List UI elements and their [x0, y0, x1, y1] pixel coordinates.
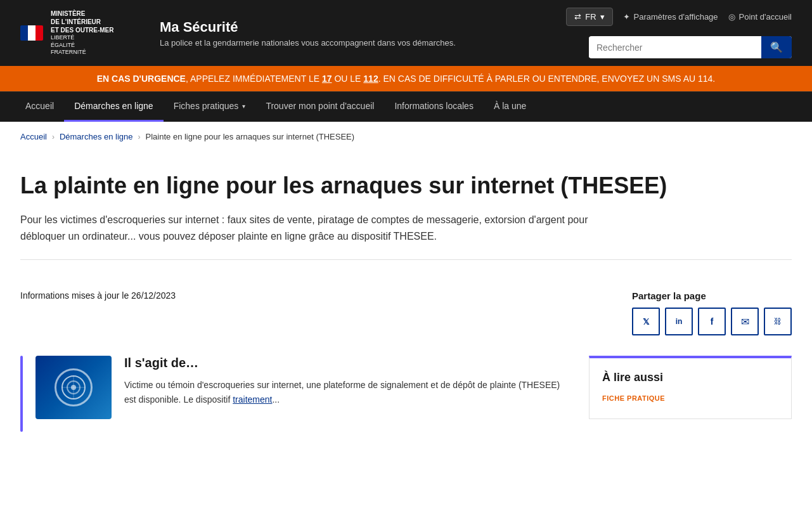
nav-link-infos-locales[interactable]: Informations locales — [384, 92, 484, 120]
breadcrumb-sep-1: › — [52, 133, 55, 141]
email-icon: ✉ — [741, 316, 749, 328]
nav-item-infos-locales: Informations locales — [384, 92, 484, 122]
page-title: La plainte en ligne pour les arnaques su… — [20, 172, 792, 199]
sidebar-card: À lire aussi FICHE PRATIQUE — [589, 356, 792, 419]
location-icon: ◎ — [728, 12, 735, 22]
header-actions: ⇄ FR ▾ ✦ Paramètres d'affichage ◎ Point … — [566, 8, 792, 58]
search-icon: 🔍 — [770, 42, 783, 53]
chevron-down-icon: ▾ — [242, 103, 245, 110]
home-point-link[interactable]: ◎ Point d'accueil — [728, 12, 792, 22]
nav-item-une: À la une — [484, 92, 536, 122]
nav-link-trouver[interactable]: Trouver mon point d'accueil — [255, 92, 384, 120]
page-description: Pour les victimes d'escroqueries sur int… — [20, 212, 629, 244]
emergency-banner: EN CAS D'URGENCE, APPELEZ IMMÉDIATEMENT … — [0, 66, 812, 91]
share-link-button[interactable]: ⛓ — [764, 308, 792, 335]
main-content: La plainte en ligne pour les arnaques su… — [0, 152, 812, 275]
sidebar-label: FICHE PRATIQUE — [602, 394, 778, 402]
breadcrumb-demarches[interactable]: Démarches en ligne — [60, 132, 133, 141]
nav-label-trouver: Trouver mon point d'accueil — [266, 101, 374, 111]
header: MINISTÈRE DE L'INTÉRIEUR ET DES OUTRE-ME… — [0, 0, 812, 66]
display-settings-link[interactable]: ✦ Paramètres d'affichage — [623, 12, 718, 22]
linkedin-icon: in — [676, 317, 683, 326]
update-info: Informations mises à jour le 26/12/2023 — [20, 290, 176, 301]
nav-link-une[interactable]: À la une — [484, 92, 536, 120]
settings-icon: ✦ — [623, 12, 630, 22]
emergency-label: EN CAS D'URGENCE — [97, 74, 186, 84]
nav-link-fiches[interactable]: Fiches pratiques ▾ — [164, 92, 256, 120]
nav-label-demarches: Démarches en ligne — [74, 101, 153, 111]
share-linkedin-button[interactable]: in — [665, 308, 693, 335]
update-text: Informations mises à jour le 26/12/2023 — [20, 290, 176, 301]
site-title: Ma Sécurité — [160, 19, 541, 36]
nav-label-accueil: Accueil — [25, 101, 54, 111]
share-buttons: 𝕏 in f ✉ ⛓ — [632, 308, 792, 335]
nav-label-fiches: Fiches pratiques — [174, 101, 239, 111]
header-top-actions: ⇄ FR ▾ ✦ Paramètres d'affichage ◎ Point … — [566, 8, 792, 26]
logo-text: MINISTÈRE DE L'INTÉRIEUR ET DES OUTRE-ME… — [51, 10, 113, 56]
flag-icon — [20, 25, 43, 41]
nav-link-demarches[interactable]: Démarches en ligne — [64, 92, 164, 122]
share-email-button[interactable]: ✉ — [731, 308, 759, 335]
breadcrumb-current: Plainte en ligne pour les arnaques sur i… — [146, 132, 355, 141]
nav-link-accueil[interactable]: Accueil — [15, 92, 64, 120]
main-nav: Accueil Démarches en ligne Fiches pratiq… — [0, 91, 812, 122]
language-button[interactable]: ⇄ FR ▾ — [566, 8, 612, 26]
nav-item-fiches: Fiches pratiques ▾ — [164, 92, 256, 122]
article-link[interactable]: traitement — [233, 394, 272, 405]
breadcrumb: Accueil › Démarches en ligne › Plainte e… — [0, 122, 812, 152]
meta-section: Informations mises à jour le 26/12/2023 … — [0, 275, 812, 346]
translate-icon: ⇄ — [574, 12, 581, 22]
breadcrumb-sep-2: › — [138, 133, 141, 141]
search-input[interactable] — [589, 37, 761, 58]
share-section: Partager la page 𝕏 in f ✉ ⛓ — [632, 290, 792, 335]
logo-container: MINISTÈRE DE L'INTÉRIEUR ET DES OUTRE-ME… — [20, 10, 134, 56]
breadcrumb-home[interactable]: Accueil — [20, 132, 47, 141]
search-button[interactable]: 🔍 — [761, 36, 792, 58]
nav-item-trouver: Trouver mon point d'accueil — [255, 92, 384, 122]
twitter-icon: 𝕏 — [643, 317, 649, 327]
nav-item-demarches: Démarches en ligne — [64, 92, 164, 122]
content-divider — [20, 259, 792, 260]
share-twitter-button[interactable]: 𝕏 — [632, 308, 660, 335]
article-text: Il s'agit de… Victime ou témoin d'escroq… — [124, 356, 569, 432]
share-label: Partager la page — [632, 290, 792, 301]
site-subtitle: La police et la gendarmerie nationales v… — [160, 38, 541, 48]
nav-label-une: À la une — [494, 101, 526, 111]
bottom-section: Il s'agit de… Victime ou témoin d'escroq… — [0, 346, 812, 442]
emergency-num2: 112 — [363, 74, 378, 84]
right-sidebar: À lire aussi FICHE PRATIQUE — [589, 356, 792, 432]
article-heading: Il s'agit de… — [124, 356, 569, 370]
article-body: Victime ou témoin d'escroqueries sur int… — [124, 378, 569, 406]
nav-label-infos-locales: Informations locales — [394, 101, 474, 111]
share-facebook-button[interactable]: f — [698, 308, 726, 335]
left-content: Il s'agit de… Victime ou témoin d'escroq… — [20, 356, 569, 432]
site-title-block: Ma Sécurité La police et la gendarmerie … — [150, 19, 551, 48]
nav-item-accueil: Accueil — [15, 92, 64, 122]
nav-list: Accueil Démarches en ligne Fiches pratiq… — [0, 92, 812, 122]
facebook-icon: f — [711, 316, 714, 327]
emergency-num1: 17 — [322, 74, 332, 84]
sidebar-card-title: À lire aussi — [602, 371, 778, 384]
article-image — [35, 356, 112, 419]
chevron-down-icon: ▾ — [600, 12, 605, 22]
search-bar: 🔍 — [589, 36, 792, 58]
blue-bar — [20, 356, 23, 432]
article-image-icon — [55, 368, 93, 406]
link-icon: ⛓ — [774, 317, 782, 326]
